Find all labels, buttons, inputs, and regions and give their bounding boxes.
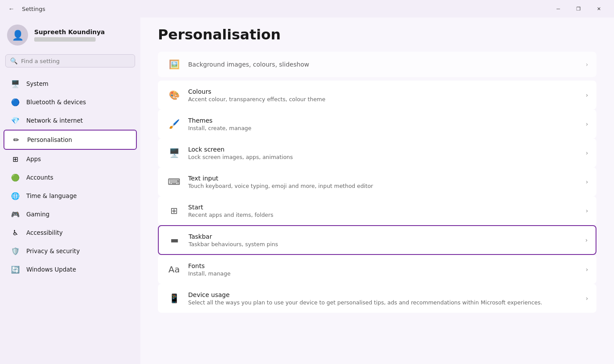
partial-title: Background images, colours, slideshow <box>188 61 582 68</box>
deviceusage-chevron: › <box>585 295 588 302</box>
search-input[interactable] <box>21 58 130 64</box>
settings-item-partial[interactable]: 🖼️ Background images, colours, slideshow… <box>158 52 596 77</box>
personalisation-label: Personalisation <box>27 136 72 143</box>
taskbar-title: Taskbar <box>189 233 582 240</box>
settings-item-themes[interactable]: 🖌️ThemesInstall, create, manage› <box>158 110 596 138</box>
settings-item-colours[interactable]: 🎨ColoursAccent colour, transparency effe… <box>158 81 596 110</box>
lockscreen-chevron: › <box>585 149 588 156</box>
back-button[interactable]: ← <box>5 3 18 15</box>
gaming-icon: 🎮 <box>11 209 20 219</box>
privacy-icon: 🛡️ <box>11 246 20 256</box>
taskbar-icon: ▬ <box>167 232 182 248</box>
update-label: Windows Update <box>26 266 76 273</box>
themes-title: Themes <box>188 117 582 124</box>
lockscreen-title: Lock screen <box>188 146 582 153</box>
search-icon: 🔍 <box>10 57 18 64</box>
start-text: StartRecent apps and items, folders <box>188 204 582 218</box>
title-bar-left: ← Settings <box>5 3 548 15</box>
sidebar-item-update[interactable]: 🔄Windows Update <box>4 260 137 279</box>
themes-icon: 🖌️ <box>166 116 182 132</box>
settings-item-lockscreen[interactable]: 🖥️Lock screenLock screen images, apps, a… <box>158 138 596 167</box>
taskbar-chevron: › <box>585 237 588 244</box>
minimize-button[interactable]: ─ <box>548 2 568 16</box>
colours-description: Accent colour, transparency effects, col… <box>188 96 582 102</box>
gaming-label: Gaming <box>26 211 50 218</box>
bluetooth-label: Bluetooth & devices <box>26 99 86 106</box>
accounts-label: Accounts <box>26 174 54 181</box>
start-chevron: › <box>585 207 588 214</box>
search-box: 🔍 <box>5 54 135 67</box>
content-area: Personalisation 🖼️ Background images, co… <box>140 18 614 364</box>
sidebar-item-personalisation[interactable]: ✏️Personalisation <box>4 130 137 150</box>
themes-chevron: › <box>585 120 588 127</box>
sidebar-item-network[interactable]: 💎Network & internet <box>4 111 137 130</box>
accounts-icon: 🟢 <box>11 173 20 182</box>
settings-item-deviceusage[interactable]: 📱Device usageSelect all the ways you pla… <box>158 284 596 313</box>
settings-item-taskbar[interactable]: ▬TaskbarTaskbar behaviours, system pins› <box>158 225 596 255</box>
themes-text: ThemesInstall, create, manage <box>188 117 582 131</box>
apps-label: Apps <box>26 155 41 163</box>
personalisation-icon: ✏️ <box>11 135 21 145</box>
user-info: Supreeth Koundinya <box>34 28 105 42</box>
time-icon: 🌐 <box>11 191 20 201</box>
sidebar-item-system[interactable]: 🖥️System <box>4 74 137 93</box>
network-icon: 💎 <box>11 116 20 125</box>
time-label: Time & language <box>26 192 77 199</box>
sidebar-item-privacy[interactable]: 🛡️Privacy & security <box>4 242 137 260</box>
partial-chevron: › <box>585 61 588 68</box>
lockscreen-icon: 🖥️ <box>166 145 182 161</box>
user-email <box>34 37 96 42</box>
deviceusage-icon: 📱 <box>166 290 182 306</box>
settings-items-container: 🎨ColoursAccent colour, transparency effe… <box>158 81 596 313</box>
sidebar-item-accessibility[interactable]: ♿Accessibility <box>4 223 137 242</box>
settings-item-textinput[interactable]: ⌨️Text inputTouch keyboard, voice typing… <box>158 167 596 196</box>
colours-text: ColoursAccent colour, transparency effec… <box>188 88 582 102</box>
accessibility-icon: ♿ <box>11 228 20 237</box>
start-title: Start <box>188 204 582 211</box>
sidebar-item-accounts[interactable]: 🟢Accounts <box>4 168 137 187</box>
textinput-title: Text input <box>188 175 582 182</box>
start-description: Recent apps and items, folders <box>188 212 582 218</box>
apps-icon: ⊞ <box>11 154 20 164</box>
lockscreen-text: Lock screenLock screen images, apps, ani… <box>188 146 582 160</box>
sidebar-item-apps[interactable]: ⊞Apps <box>4 150 137 168</box>
colours-chevron: › <box>585 92 588 99</box>
system-icon: 🖥️ <box>11 79 20 88</box>
privacy-label: Privacy & security <box>26 247 80 254</box>
main-layout: 👤 Supreeth Koundinya 🔍 🖥️System🔵Bluetoot… <box>0 18 614 364</box>
settings-item-fonts[interactable]: AaFontsInstall, manage› <box>158 255 596 284</box>
sidebar: 👤 Supreeth Koundinya 🔍 🖥️System🔵Bluetoot… <box>0 18 140 364</box>
close-button[interactable]: ✕ <box>589 2 609 16</box>
user-name: Supreeth Koundinya <box>34 28 105 35</box>
sidebar-item-gaming[interactable]: 🎮Gaming <box>4 205 137 223</box>
lockscreen-description: Lock screen images, apps, animations <box>188 154 582 160</box>
user-profile[interactable]: 👤 Supreeth Koundinya <box>0 18 140 54</box>
bluetooth-icon: 🔵 <box>11 97 20 107</box>
update-icon: 🔄 <box>11 265 20 274</box>
avatar-icon: 👤 <box>12 30 24 41</box>
start-icon: ⊞ <box>166 203 182 219</box>
fonts-chevron: › <box>585 266 588 273</box>
sidebar-item-bluetooth[interactable]: 🔵Bluetooth & devices <box>4 93 137 111</box>
accessibility-label: Accessibility <box>26 229 63 236</box>
textinput-chevron: › <box>585 178 588 185</box>
themes-description: Install, create, manage <box>188 125 582 131</box>
network-label: Network & internet <box>26 117 83 124</box>
nav-list: 🖥️System🔵Bluetooth & devices💎Network & i… <box>0 74 140 279</box>
colours-title: Colours <box>188 88 582 95</box>
title-bar: ← Settings ─ ❐ ✕ <box>0 0 614 18</box>
taskbar-description: Taskbar behaviours, system pins <box>189 241 582 247</box>
textinput-icon: ⌨️ <box>166 174 182 190</box>
restore-button[interactable]: ❐ <box>568 2 589 16</box>
fonts-description: Install, manage <box>188 270 582 277</box>
colours-icon: 🎨 <box>166 87 182 103</box>
settings-item-start[interactable]: ⊞StartRecent apps and items, folders› <box>158 196 596 225</box>
page-title: Personalisation <box>158 26 596 43</box>
sidebar-item-time[interactable]: 🌐Time & language <box>4 187 137 205</box>
partial-icon: 🖼️ <box>166 57 182 72</box>
deviceusage-description: Select all the ways you plan to use your… <box>188 299 582 306</box>
textinput-description: Touch keyboard, voice typing, emoji and … <box>188 183 582 189</box>
system-label: System <box>26 80 48 87</box>
app-title: Settings <box>22 6 45 12</box>
textinput-text: Text inputTouch keyboard, voice typing, … <box>188 175 582 189</box>
